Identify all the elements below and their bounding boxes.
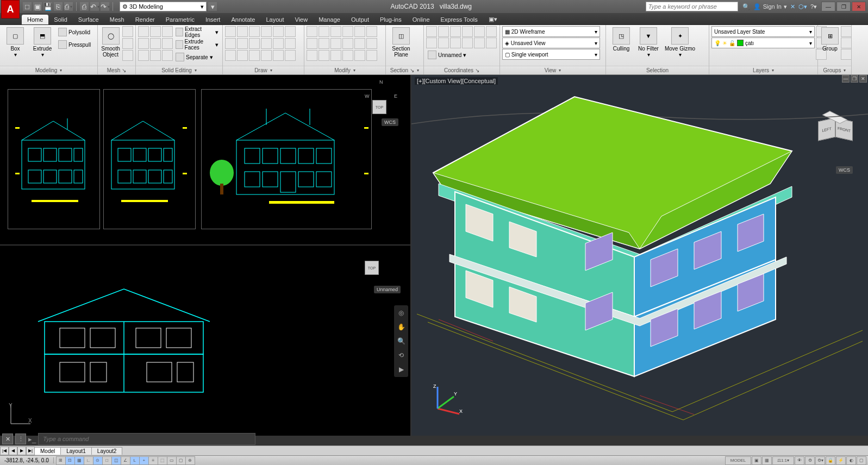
tab-render[interactable]: Render xyxy=(130,15,160,24)
se-7[interactable] xyxy=(138,50,149,61)
qat-save-icon[interactable]: 💾 xyxy=(43,2,52,11)
qat-plot-dropdown[interactable]: ⎙ xyxy=(64,2,73,11)
tab-view[interactable]: View xyxy=(290,15,314,24)
group-edit-button[interactable] xyxy=(841,37,852,48)
qat-undo-button[interactable]: ↶ xyxy=(90,2,99,11)
section-plane-button[interactable]: ◫Section Plane xyxy=(388,26,414,59)
polyline-icon[interactable] xyxy=(237,26,248,37)
mirror-icon[interactable] xyxy=(319,38,329,49)
ucs-12[interactable] xyxy=(486,37,497,48)
layer-state-dropdown[interactable]: Unsaved Layer State▾ xyxy=(711,26,815,37)
sb-isolate-button[interactable]: ◐ xyxy=(846,456,856,465)
move-icon[interactable] xyxy=(307,26,317,37)
draw-16[interactable] xyxy=(261,50,272,61)
doc-minimize-button[interactable]: — xyxy=(842,75,850,83)
sb-infer-button[interactable]: ⊞ xyxy=(56,456,66,465)
stretch-icon[interactable] xyxy=(307,50,317,61)
draw-7[interactable] xyxy=(225,38,236,49)
tab-home[interactable]: Home xyxy=(22,15,48,24)
tab-insert[interactable]: Insert xyxy=(200,15,226,24)
layout-tab-layout2[interactable]: Layout2 xyxy=(91,447,123,455)
sb-ortho-button[interactable]: ∟ xyxy=(84,456,93,465)
tab-output[interactable]: Output xyxy=(346,15,374,24)
extrude-button[interactable]: ⬒Extrude▾ xyxy=(29,26,55,59)
sb-autoadd-button[interactable]: ⚙ xyxy=(805,456,815,465)
layout-tab-model[interactable]: Model xyxy=(34,447,61,455)
polysolid-button[interactable]: Polysolid xyxy=(57,26,92,38)
help-icon[interactable]: ?▾ xyxy=(810,3,817,10)
se-9[interactable] xyxy=(162,50,173,61)
tab-layout[interactable]: Layout xyxy=(260,15,289,24)
draw-12[interactable] xyxy=(285,38,296,49)
ucs-1[interactable] xyxy=(426,26,437,37)
se-5[interactable] xyxy=(150,38,161,49)
mod-16[interactable] xyxy=(342,50,353,61)
panel-modeling-title[interactable]: Modeling xyxy=(0,66,97,74)
sb-ducs-button[interactable]: L xyxy=(130,456,140,465)
line-icon[interactable] xyxy=(225,26,236,37)
qat-redo-button[interactable]: ↷ xyxy=(101,2,109,11)
sb-annovisibility-button[interactable]: 👁 xyxy=(795,456,804,465)
ucs-10[interactable] xyxy=(462,37,473,48)
sb-hardware-button[interactable]: ⚡ xyxy=(836,456,846,465)
se-6[interactable] xyxy=(162,38,173,49)
nofilter-button[interactable]: ▼No Filter▾ xyxy=(635,26,661,59)
ucs-6[interactable] xyxy=(486,26,497,37)
cmdline-close-button[interactable]: ✕ xyxy=(2,433,13,444)
sb-annoscale-button[interactable]: ⚖ 1:1▾ xyxy=(772,456,794,465)
sb-quickview-drawings-button[interactable]: ▦ xyxy=(762,456,772,465)
viewport-top-left[interactable]: N S E W TOP WCS xyxy=(0,75,410,246)
tab-next-button[interactable]: ▶ xyxy=(17,447,26,455)
sb-dyn-button[interactable]: + xyxy=(139,456,149,465)
smooth-object-button[interactable]: ◯Smooth Object xyxy=(100,26,121,59)
mod-5[interactable] xyxy=(354,26,365,37)
trim-icon[interactable] xyxy=(330,26,341,37)
command-input[interactable] xyxy=(38,433,255,445)
draw-5[interactable] xyxy=(273,26,284,37)
mod-10[interactable] xyxy=(342,38,353,49)
tab-manage[interactable]: Manage xyxy=(313,15,346,24)
view-dropdown[interactable]: ◈ Unsaved View▾ xyxy=(502,37,600,48)
panel-draw-title[interactable]: Draw xyxy=(223,66,304,74)
sb-3dosnap-button[interactable]: ◫ xyxy=(111,456,121,465)
ucs-11[interactable] xyxy=(474,37,485,48)
qat-dropdown-icon[interactable]: ▾ xyxy=(208,2,217,11)
infocenter-search-input[interactable] xyxy=(646,2,738,11)
extract-edges-button[interactable]: Extract Edges ▾ xyxy=(174,26,220,38)
presspull-button[interactable]: Presspull xyxy=(57,39,92,51)
qat-new-icon[interactable]: □ xyxy=(23,2,32,11)
draw-6[interactable] xyxy=(285,26,296,37)
ucs-4[interactable] xyxy=(462,26,473,37)
subtract-icon[interactable] xyxy=(150,26,161,37)
move-gizmo-button[interactable]: ✦Move Gizmo▾ xyxy=(663,26,697,59)
scale-icon[interactable] xyxy=(319,50,329,61)
exchange-icon[interactable]: ✕ xyxy=(790,3,795,10)
exchange-apps-icon[interactable]: ⬡▾ xyxy=(798,3,807,10)
layout-tab-layout1[interactable]: Layout1 xyxy=(60,447,92,455)
mesh-tool-2[interactable] xyxy=(122,38,133,49)
draw-18[interactable] xyxy=(285,50,296,61)
sb-cleanscreen-button[interactable]: ▢ xyxy=(857,456,866,465)
layer-dropdown[interactable]: 💡 ☀ 🔓 çatı ▾ xyxy=(711,37,815,48)
workspace-dropdown[interactable]: 3D Modeling ▾ xyxy=(120,2,207,11)
arc-icon[interactable] xyxy=(261,26,272,37)
mod-11[interactable] xyxy=(354,38,365,49)
array-icon[interactable] xyxy=(330,50,341,61)
draw-9[interactable] xyxy=(249,38,260,49)
qat-open-icon[interactable]: ▣ xyxy=(33,2,42,11)
sb-quickview-layouts-button[interactable]: ▣ xyxy=(752,456,761,465)
tab-online[interactable]: Online xyxy=(407,15,435,24)
ucs-named-dropdown[interactable]: Unnamed ▾ xyxy=(426,49,497,61)
ucs-9[interactable] xyxy=(450,37,461,48)
doc-restore-button[interactable]: ❐ xyxy=(851,75,858,83)
separate-button[interactable]: Separate ▾ xyxy=(174,51,220,63)
panel-section-title[interactable]: Section ↘ xyxy=(386,66,423,74)
intersect-icon[interactable] xyxy=(162,26,173,37)
search-icon[interactable]: 🔍 xyxy=(742,3,750,10)
draw-17[interactable] xyxy=(273,50,284,61)
ucs-3[interactable] xyxy=(450,26,461,37)
rectangle-icon[interactable] xyxy=(237,50,248,61)
ucs-8[interactable] xyxy=(438,37,449,48)
panel-mesh-title[interactable]: Mesh ↘ xyxy=(98,66,135,74)
tab-expresstools[interactable]: Express Tools xyxy=(435,15,483,24)
